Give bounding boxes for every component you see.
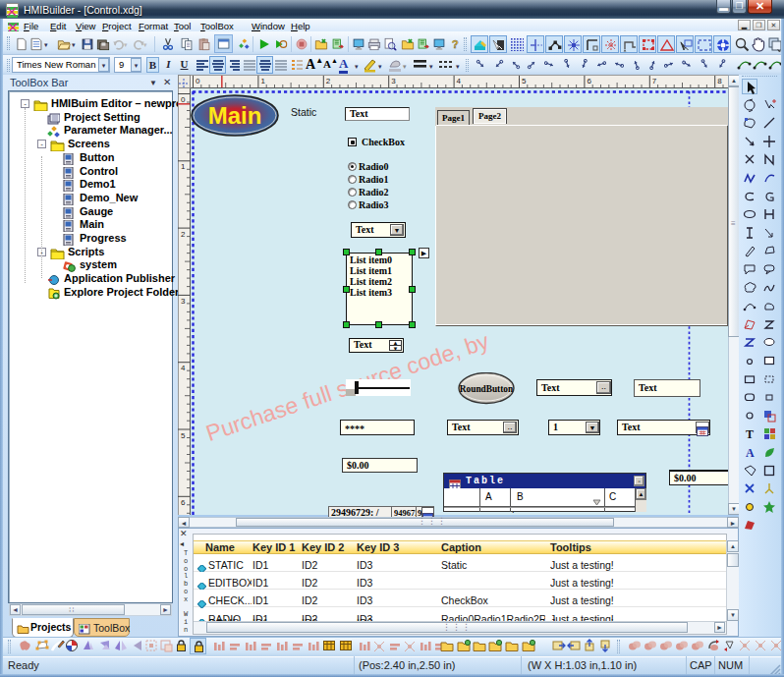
- svg-text:T: T: [746, 427, 754, 440]
- svg-text:1: 1: [181, 162, 186, 171]
- svg-text:2: 2: [181, 230, 186, 239]
- svg-text:3: 3: [391, 77, 396, 85]
- svg-text:4: 4: [181, 364, 186, 372]
- svg-text:6: 6: [181, 498, 186, 507]
- svg-text:6: 6: [587, 77, 591, 85]
- svg-text:1: 1: [260, 77, 265, 85]
- svg-text:?: ?: [452, 38, 459, 50]
- svg-text:0: 0: [181, 95, 186, 104]
- svg-text:0: 0: [196, 77, 200, 85]
- svg-text:Main: Main: [208, 102, 262, 129]
- svg-text:4: 4: [457, 77, 462, 85]
- svg-text:3: 3: [181, 297, 186, 306]
- svg-text:RoundButton: RoundButton: [460, 384, 514, 394]
- svg-text:7: 7: [652, 77, 657, 85]
- svg-text:2: 2: [326, 77, 331, 85]
- svg-text:5: 5: [181, 431, 186, 440]
- svg-text:A: A: [746, 446, 755, 459]
- svg-text:8: 8: [717, 77, 722, 85]
- svg-text:5: 5: [522, 77, 527, 85]
